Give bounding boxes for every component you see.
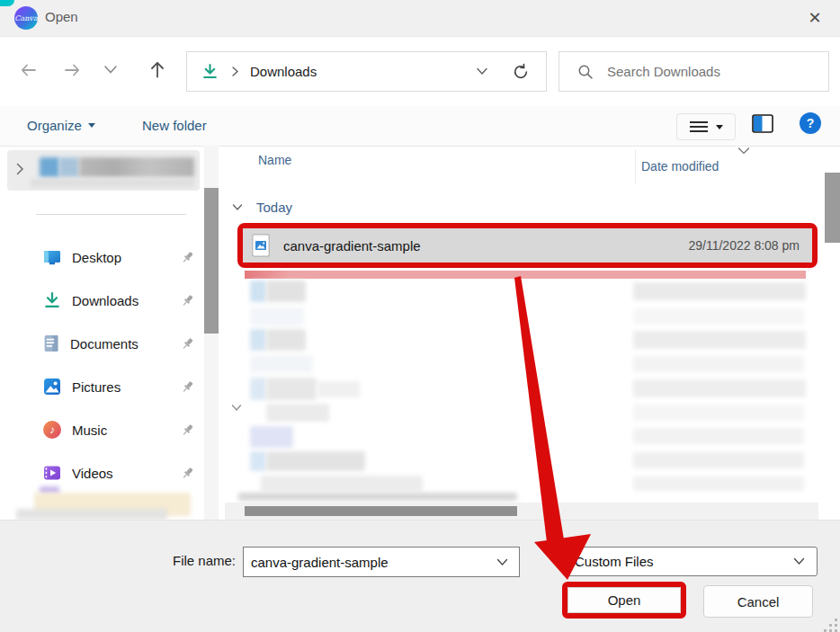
redacted-file-icon bbox=[250, 329, 266, 351]
redacted-file-date bbox=[633, 379, 806, 397]
group-collapse-chevron-icon[interactable] bbox=[231, 405, 242, 412]
breadcrumb[interactable]: Downloads bbox=[250, 64, 317, 79]
column-header-date-modified[interactable]: Date modified bbox=[641, 159, 719, 174]
group-collapse-chevron-icon[interactable] bbox=[232, 204, 243, 211]
back-icon[interactable] bbox=[16, 58, 41, 83]
image-file-icon bbox=[252, 234, 270, 257]
desktop-icon bbox=[43, 248, 61, 266]
sort-chevron-icon[interactable] bbox=[737, 147, 750, 155]
redacted-file-date bbox=[633, 476, 804, 491]
file-type-value: Custom Files bbox=[566, 554, 793, 569]
dialog-title: Open bbox=[45, 9, 78, 24]
sidebar-item-desktop[interactable]: Desktop bbox=[11, 237, 201, 277]
download-icon bbox=[43, 291, 61, 309]
column-divider bbox=[635, 149, 636, 183]
sidebar-item-label: Documents bbox=[70, 336, 181, 352]
open-button[interactable]: Open bbox=[567, 587, 681, 613]
sidebar-scrollbar-thumb[interactable] bbox=[204, 188, 219, 334]
document-icon bbox=[43, 334, 59, 352]
redacted-file-date bbox=[633, 356, 804, 372]
annotation-shadow-row bbox=[245, 271, 806, 279]
redacted-file-date bbox=[633, 282, 806, 300]
file-name: canva-gradient-sample bbox=[283, 238, 421, 254]
redacted-file-date bbox=[633, 331, 806, 349]
chevron-right-icon bbox=[15, 162, 24, 176]
redacted-file-name bbox=[317, 381, 360, 397]
music-icon: ♪ bbox=[43, 421, 61, 439]
resize-grip-icon[interactable] bbox=[835, 619, 837, 621]
help-glyph: ? bbox=[807, 116, 815, 130]
search-icon bbox=[577, 64, 594, 80]
videos-icon bbox=[43, 464, 61, 482]
canva-logo-text: Canva bbox=[14, 14, 37, 22]
redacted-file-icon bbox=[250, 280, 266, 302]
canva-logo-icon: Canva bbox=[14, 6, 38, 30]
chevron-down-icon[interactable] bbox=[793, 557, 805, 565]
sidebar-item-label: Music bbox=[72, 423, 181, 438]
sidebar-item-label: Downloads bbox=[72, 293, 181, 308]
organize-label: Organize bbox=[27, 118, 82, 133]
redacted-block bbox=[79, 157, 194, 177]
address-dropdown-chevron-icon[interactable] bbox=[476, 67, 488, 76]
preview-pane-icon[interactable] bbox=[752, 114, 773, 133]
file-name-combobox[interactable] bbox=[243, 547, 520, 577]
redacted-block bbox=[59, 157, 79, 177]
sidebar-item-label: Videos bbox=[72, 466, 181, 481]
redacted-file-date bbox=[633, 428, 804, 444]
chevron-down-icon[interactable] bbox=[496, 558, 508, 566]
cancel-button[interactable]: Cancel bbox=[703, 585, 813, 618]
resize-grip-icon[interactable] bbox=[829, 624, 832, 627]
search-input[interactable] bbox=[605, 63, 807, 80]
redacted-file-name bbox=[266, 378, 317, 400]
sidebar-item-downloads[interactable]: Downloads bbox=[11, 280, 201, 320]
sidebar-item-music[interactable]: ♪ Music bbox=[11, 410, 201, 450]
organize-button[interactable]: Organize bbox=[27, 118, 95, 133]
redacted-file-name bbox=[266, 451, 365, 471]
chevron-down-icon bbox=[716, 125, 723, 129]
forward-icon[interactable] bbox=[59, 58, 85, 83]
redacted-file-name bbox=[266, 404, 329, 422]
list-scrollbar-thumb[interactable] bbox=[825, 173, 840, 243]
pictures-icon bbox=[43, 378, 61, 396]
pin-icon bbox=[181, 337, 194, 351]
redacted-block bbox=[40, 157, 59, 177]
column-header-name[interactable]: Name bbox=[258, 153, 291, 167]
help-icon[interactable]: ? bbox=[800, 112, 821, 134]
file-type-dropdown[interactable]: Custom Files bbox=[565, 547, 818, 576]
redacted-file-name bbox=[261, 476, 423, 492]
sidebar-item-pictures[interactable]: Pictures bbox=[11, 367, 201, 406]
redacted-file-name bbox=[266, 280, 306, 302]
file-date-modified: 29/11/2022 8:08 pm bbox=[688, 238, 800, 253]
redacted-file-date bbox=[633, 452, 804, 468]
downloads-folder-icon bbox=[201, 63, 219, 80]
sidebar-selected-tree-item[interactable] bbox=[7, 150, 200, 191]
recent-locations-chevron-icon[interactable] bbox=[103, 65, 118, 75]
up-icon[interactable] bbox=[144, 57, 171, 84]
dialog-footer: File name: Custom Files Open Cancel bbox=[0, 520, 840, 632]
new-folder-label: New folder bbox=[142, 118, 207, 133]
redacted-block bbox=[16, 509, 167, 520]
pin-icon bbox=[181, 251, 194, 264]
view-mode-button[interactable] bbox=[676, 113, 736, 140]
group-header-today[interactable]: Today bbox=[256, 200, 292, 215]
sidebar-item-documents[interactable]: Documents bbox=[11, 324, 201, 363]
file-name-label: File name: bbox=[133, 553, 236, 568]
file-name-input[interactable] bbox=[244, 555, 496, 570]
resize-grip-icon[interactable] bbox=[835, 624, 837, 627]
chevron-down-icon bbox=[88, 123, 95, 128]
search-box[interactable] bbox=[559, 51, 829, 92]
cancel-button-label: Cancel bbox=[737, 594, 780, 610]
title-bar: Canva Open ✕ bbox=[0, 0, 840, 37]
address-bar[interactable]: Downloads bbox=[186, 51, 547, 92]
new-folder-button[interactable]: New folder bbox=[142, 118, 207, 133]
close-icon[interactable]: ✕ bbox=[800, 4, 829, 32]
refresh-icon[interactable] bbox=[512, 63, 530, 81]
breadcrumb-chevron-icon bbox=[231, 66, 239, 77]
canva-window-corner bbox=[0, 0, 14, 6]
horizontal-scrollbar-thumb[interactable] bbox=[245, 506, 517, 516]
annotation-rectangle-file: canva-gradient-sample 29/11/2022 8:08 pm bbox=[237, 223, 818, 268]
sidebar-item-label: Desktop bbox=[72, 250, 181, 265]
file-row-selected[interactable]: canva-gradient-sample 29/11/2022 8:08 pm bbox=[243, 228, 812, 263]
annotation-rectangle-open: Open bbox=[562, 582, 686, 619]
redacted-file-date bbox=[633, 405, 804, 421]
